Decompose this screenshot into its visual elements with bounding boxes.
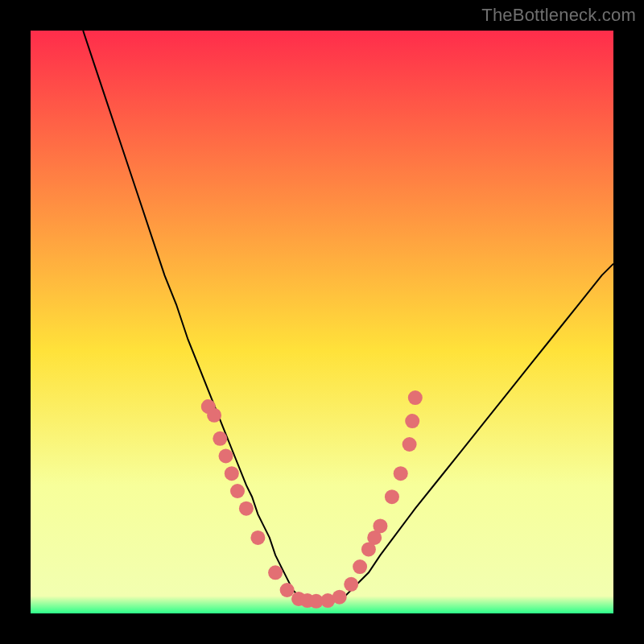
data-dot [402,437,417,452]
data-dot [268,565,283,580]
chart-frame: TheBottleneck.com [0,0,644,644]
data-dot [213,431,227,446]
gradient-bg [31,31,613,613]
data-dot [408,390,423,405]
data-dot [219,449,233,464]
data-dot [280,583,295,597]
data-dot [344,577,358,592]
data-dot [405,414,419,428]
data-dot [373,518,387,533]
data-dot [250,530,265,545]
data-dot [225,466,239,481]
plot-area [31,31,613,613]
data-dot [332,590,347,605]
data-dot [239,502,254,516]
data-dot [353,559,367,574]
watermark-label: TheBottleneck.com [481,5,636,26]
data-dot [394,466,408,481]
data-dot [207,408,221,423]
data-dot [385,489,399,504]
data-dot [230,484,245,498]
bottleneck-chart [31,31,613,613]
